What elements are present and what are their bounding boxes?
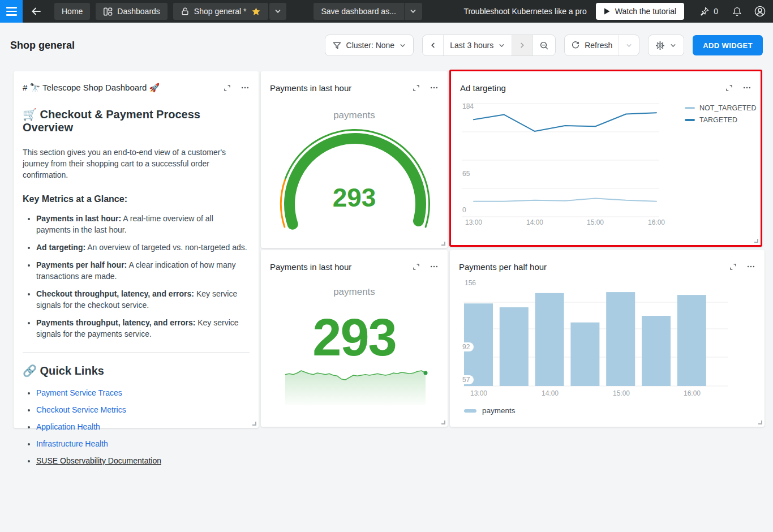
resize-handle[interactable] — [441, 242, 445, 246]
list-item: Payments per half hour: A clear indicati… — [36, 259, 250, 282]
time-prev-button[interactable] — [423, 35, 443, 55]
link-infrastructure-health[interactable]: Infrastructure Health — [36, 439, 108, 448]
y-axis-label: 156 — [465, 279, 476, 287]
tab-menu-button[interactable] — [269, 3, 286, 20]
notifications-button[interactable] — [732, 6, 742, 17]
metrics-list: Payments in last hour: A real-time overv… — [23, 213, 250, 340]
legend-label: payments — [482, 406, 516, 415]
link-application-health[interactable]: Application Health — [36, 422, 100, 431]
link-checkout-service-metrics[interactable]: Checkout Service Metrics — [36, 405, 126, 414]
refresh-button[interactable]: Refresh — [565, 35, 619, 55]
chevron-down-icon — [669, 42, 677, 49]
payments-value: 293 — [261, 308, 448, 367]
widget-menu-button[interactable] — [430, 83, 439, 92]
cluster-filter-label: Cluster: None — [346, 41, 395, 50]
chevron-down-icon — [399, 42, 406, 49]
hamburger-menu-button[interactable] — [0, 0, 23, 23]
y-axis-label: 57 — [458, 375, 474, 384]
x-axis-label: 13:00 — [458, 218, 489, 226]
expand-widget-button[interactable] — [725, 84, 733, 92]
resize-handle[interactable] — [441, 421, 445, 424]
widget-title: Payments in last hour — [270, 262, 403, 272]
lock-open-icon — [181, 7, 190, 16]
zoom-out-button[interactable] — [532, 35, 555, 55]
x-axis-label: 13:00 — [463, 389, 495, 397]
divider — [23, 352, 250, 353]
chevron-down-icon — [498, 42, 505, 49]
widget-menu-button[interactable] — [746, 262, 755, 271]
chevron-down-icon — [409, 7, 417, 15]
pin-count: 0 — [714, 7, 718, 16]
chevron-right-icon — [518, 41, 526, 49]
list-item: SUSE Observability Documentation — [36, 457, 250, 465]
legend-item-not-targeted[interactable]: NOT_TARGETED — [685, 104, 756, 112]
chevron-down-icon — [274, 7, 282, 15]
save-dashboard-menu-button[interactable] — [404, 3, 422, 20]
widget-title: Payments in last hour — [270, 83, 403, 93]
legend-swatch — [685, 119, 695, 121]
watch-tutorial-button[interactable]: Watch the tutorial — [596, 3, 684, 20]
time-range-button[interactable]: Last 3 hours — [443, 35, 512, 55]
cluster-filter-button[interactable]: Cluster: None — [325, 35, 414, 56]
dashboard-settings-button[interactable] — [648, 35, 684, 56]
widget-menu-button[interactable] — [241, 83, 250, 92]
legend-item-targeted[interactable]: TARGETED — [685, 116, 756, 124]
x-axis-label: 15:00 — [605, 389, 637, 397]
ellipsis-icon — [430, 83, 439, 92]
quick-links-heading: 🔗 Quick Links — [23, 364, 250, 377]
star-icon[interactable] — [251, 7, 261, 16]
legend-label: TARGETED — [699, 116, 737, 124]
gear-icon — [655, 41, 665, 50]
expand-icon — [729, 263, 737, 271]
link-payment-service-traces[interactable]: Payment Service Traces — [36, 388, 122, 397]
chevron-down-icon — [625, 42, 633, 49]
widget-menu-button[interactable] — [742, 83, 751, 92]
tab-shop-general-label: Shop general * — [194, 7, 247, 16]
zoom-out-icon — [539, 41, 549, 50]
list-item: Ad targeting: An overview of targeted vs… — [36, 242, 250, 253]
resize-handle[interactable] — [252, 422, 256, 426]
list-item: Application Health — [36, 423, 250, 431]
save-dashboard-split-button: Save dashboard as... — [314, 3, 422, 20]
ellipsis-icon — [746, 262, 755, 271]
chevron-left-icon — [429, 41, 437, 49]
legend-swatch — [685, 107, 695, 109]
expand-widget-button[interactable] — [412, 84, 420, 92]
resize-handle[interactable] — [758, 421, 762, 424]
time-next-button[interactable] — [512, 35, 532, 55]
add-widget-button[interactable]: ADD WIDGET — [693, 35, 763, 55]
time-range-label: Last 3 hours — [450, 41, 493, 50]
ellipsis-icon — [430, 262, 439, 271]
tab-shop-general[interactable]: Shop general * — [173, 3, 268, 20]
chart-legend: NOT_TARGETED TARGETED — [685, 104, 756, 124]
filter-icon — [332, 41, 342, 50]
link-suse-observability-docs[interactable]: SUSE Observability Documentation — [36, 456, 161, 465]
back-button[interactable] — [31, 6, 42, 17]
pinned-items-button[interactable]: 0 — [699, 6, 718, 17]
list-item: Infrastructure Health — [36, 440, 250, 448]
expand-widget-button[interactable] — [412, 263, 420, 271]
expand-widget-button[interactable] — [729, 263, 737, 271]
tab-dashboards[interactable]: Dashboards — [96, 3, 168, 20]
list-item: Payments in last hour: A real-time overv… — [36, 213, 250, 235]
bell-icon — [732, 6, 742, 17]
avatar-icon — [754, 5, 766, 18]
expand-icon — [725, 84, 733, 92]
play-icon — [604, 8, 610, 15]
widget-menu-button[interactable] — [430, 262, 439, 271]
legend-item-payments[interactable]: payments — [464, 406, 516, 415]
y-axis-label: 0 — [462, 206, 466, 214]
gauge-metric-label: payments — [261, 110, 448, 121]
tab-home[interactable]: Home — [54, 3, 90, 20]
save-dashboard-button[interactable]: Save dashboard as... — [314, 3, 404, 20]
user-avatar-button[interactable] — [754, 5, 766, 18]
x-axis-label: 14:00 — [534, 389, 566, 397]
markdown-content: 🛒 Checkout & Payment Process Overview Th… — [23, 96, 250, 474]
resize-handle[interactable] — [754, 239, 758, 243]
refresh-group: Refresh — [564, 35, 639, 56]
widget-telescope-dashboard: # 🔭 Telescope Shop Dashboard 🚀 🛒 Checkou… — [14, 71, 259, 428]
expand-widget-button[interactable] — [223, 84, 231, 92]
metrics-heading: Key Metrics at a Glance: — [23, 194, 250, 204]
payments-gauge-chart — [261, 71, 448, 248]
refresh-menu-button[interactable] — [619, 35, 639, 55]
